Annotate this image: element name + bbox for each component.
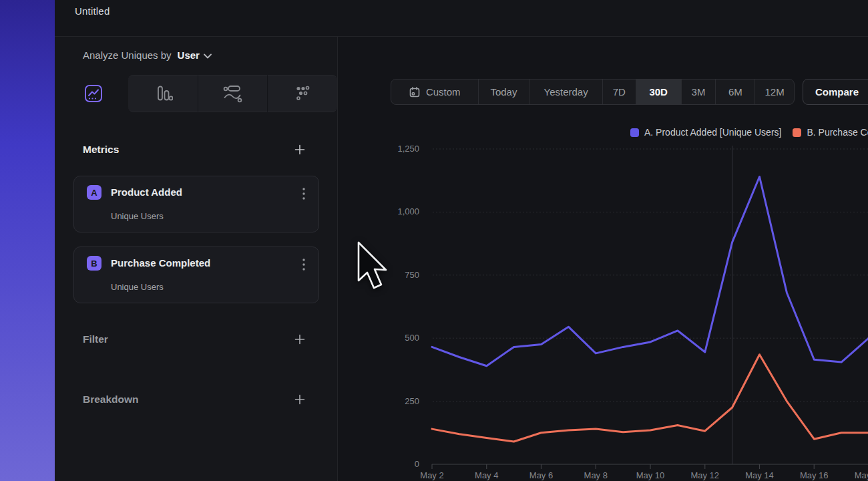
range-button-yesterday[interactable]: Yesterday	[529, 79, 602, 104]
line-chart	[391, 140, 868, 474]
chart-type-tabs	[59, 75, 337, 112]
range-button-12m[interactable]: 12M	[754, 79, 794, 104]
metric-measure: Unique Users	[111, 282, 164, 292]
range-button-label: Today	[490, 86, 517, 98]
chevron-down-icon	[204, 49, 212, 61]
date-range-group: CustomTodayYesterday7D30D3M6M12M	[391, 79, 795, 105]
compare-button[interactable]: Compare	[803, 79, 868, 105]
legend-label: B. Purchase Completed [Unique Users]	[807, 127, 868, 138]
flow-icon	[222, 84, 242, 103]
legend-item-b[interactable]: B. Purchase Completed [Unique Users]	[793, 127, 868, 138]
range-button-6m[interactable]: 6M	[715, 79, 754, 104]
mouse-cursor	[354, 239, 391, 295]
plus-icon	[294, 144, 305, 158]
breakdown-title: Breakdown	[83, 393, 139, 406]
plus-icon	[294, 394, 305, 408]
filter-title: Filter	[83, 333, 108, 345]
metric-measure: Unique Users	[111, 211, 164, 221]
analyze-row: Analyze Uniques by User	[83, 49, 212, 61]
chart-type-tab-bar-chart[interactable]	[128, 75, 198, 112]
legend-item-a[interactable]: A. Product Added [Unique Users]	[630, 127, 781, 138]
chart-legend: A. Product Added [Unique Users]B. Purcha…	[630, 127, 868, 138]
analyze-by-value: User	[178, 49, 200, 61]
metric-card-b[interactable]: BPurchase CompletedUnique Users	[73, 247, 319, 303]
metric-name: Purchase Completed	[111, 257, 210, 269]
scatter-icon	[292, 84, 312, 103]
calendar-icon	[409, 86, 421, 98]
range-button-today[interactable]: Today	[478, 79, 529, 104]
left-gradient-strip	[0, 0, 55, 481]
metric-name: Product Added	[111, 186, 182, 198]
add-filter-button[interactable]	[292, 333, 308, 349]
chart-type-tab-flow[interactable]	[198, 75, 268, 112]
metric-letter-badge: A	[87, 185, 101, 200]
range-button-label: Yesterday	[544, 86, 588, 98]
range-button-label: 7D	[613, 86, 626, 98]
kebab-icon	[302, 187, 306, 200]
metric-letter-badge: B	[87, 256, 101, 271]
range-button-label: 6M	[728, 86, 742, 98]
range-button-custom[interactable]: Custom	[391, 79, 478, 104]
range-button-30d[interactable]: 30D	[636, 79, 681, 104]
metrics-header: Metrics	[55, 142, 338, 160]
filter-section: Filter	[55, 332, 338, 349]
bar-chart-icon	[153, 84, 173, 103]
metric-options-button[interactable]	[297, 186, 310, 202]
add-breakdown-button[interactable]	[292, 393, 308, 409]
query-sidebar: Analyze Uniques by User Metrics AProduct…	[55, 37, 338, 481]
plus-icon	[294, 334, 305, 347]
range-button-7d[interactable]: 7D	[602, 79, 636, 104]
chart-type-tab-scatter[interactable]	[267, 75, 337, 112]
range-button-label: 3M	[692, 86, 706, 98]
range-button-label: 12M	[765, 86, 785, 98]
range-button-label: 30D	[649, 86, 668, 98]
breakdown-section: Breakdown	[55, 392, 338, 410]
chart-type-tab-line-chart[interactable]	[59, 75, 128, 112]
kebab-icon	[302, 258, 306, 271]
report-title[interactable]: Untitled	[75, 5, 110, 17]
compare-label: Compare	[815, 86, 859, 98]
range-button-3m[interactable]: 3M	[681, 79, 716, 104]
add-metric-button[interactable]	[292, 143, 308, 159]
legend-label: A. Product Added [Unique Users]	[644, 127, 781, 138]
legend-swatch	[793, 128, 801, 137]
analyze-by-dropdown[interactable]: User	[178, 49, 212, 61]
metric-card-a[interactable]: AProduct AddedUnique Users	[73, 176, 319, 232]
legend-swatch	[630, 128, 639, 137]
metric-options-button[interactable]	[297, 257, 310, 273]
app-window: Untitled Analyze Uniques by User Metrics…	[0, 0, 868, 481]
metrics-title: Metrics	[83, 144, 119, 156]
top-bar: Untitled	[55, 0, 868, 37]
analyze-label: Analyze Uniques by	[83, 49, 172, 61]
line-chart-icon	[83, 84, 103, 103]
chart-panel: CustomTodayYesterday7D30D3M6M12M Compare…	[338, 37, 868, 481]
range-button-label: Custom	[426, 86, 461, 98]
